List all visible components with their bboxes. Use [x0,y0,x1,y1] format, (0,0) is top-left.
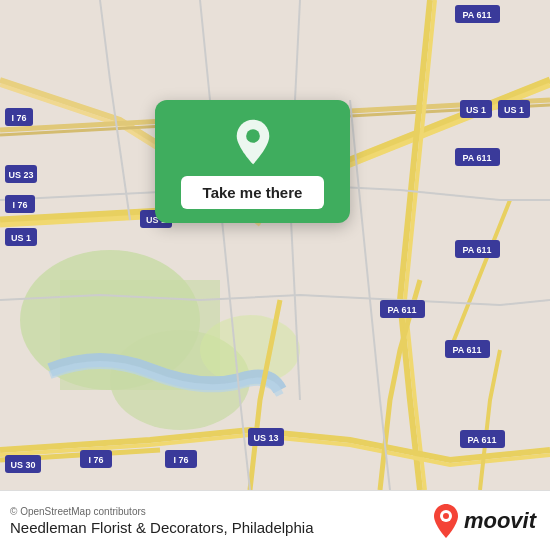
svg-text:PA 611: PA 611 [462,153,491,163]
svg-text:I 76: I 76 [11,113,26,123]
svg-text:I 76: I 76 [173,455,188,465]
svg-text:PA 611: PA 611 [462,10,491,20]
map-area: I 76 I 76 US 1 US 1 US 1 US 1 PA 611 PA … [0,0,550,490]
bottom-bar: © OpenStreetMap contributors Needleman F… [0,490,550,550]
bottom-left-info: © OpenStreetMap contributors Needleman F… [10,506,313,536]
location-card: Take me there [155,100,350,223]
moovit-pin-icon [432,503,460,539]
svg-point-41 [443,513,449,519]
svg-text:PA 611: PA 611 [387,305,416,315]
map-background: I 76 I 76 US 1 US 1 US 1 US 1 PA 611 PA … [0,0,550,490]
svg-point-39 [246,129,260,143]
moovit-brand-text: moovit [464,508,536,534]
svg-text:US 1: US 1 [11,233,31,243]
moovit-logo: moovit [432,503,536,539]
business-name: Needleman Florist & Decorators, Philadel… [10,519,313,536]
svg-text:US 30: US 30 [10,460,35,470]
svg-text:I 76: I 76 [88,455,103,465]
osm-attribution: © OpenStreetMap contributors [10,506,313,517]
svg-text:PA 611: PA 611 [452,345,481,355]
svg-text:I 76: I 76 [12,200,27,210]
take-me-there-button[interactable]: Take me there [181,176,325,209]
svg-text:PA 611: PA 611 [462,245,491,255]
svg-text:PA 611: PA 611 [467,435,496,445]
svg-text:US 1: US 1 [504,105,524,115]
svg-text:US 1: US 1 [466,105,486,115]
svg-text:US 23: US 23 [8,170,33,180]
svg-text:US 13: US 13 [253,433,278,443]
location-pin-icon [229,118,277,166]
